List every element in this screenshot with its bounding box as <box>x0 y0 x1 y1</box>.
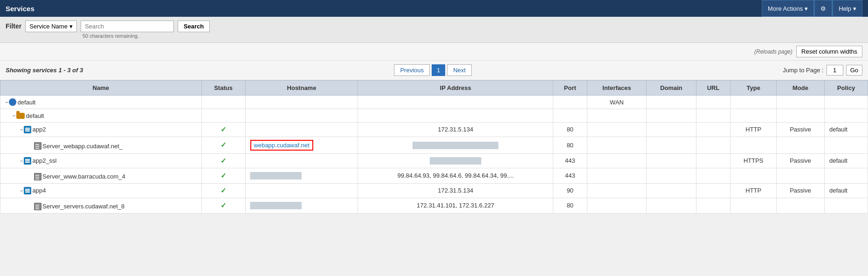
status-check-icon: ✓ <box>220 141 227 149</box>
row-policy-cell <box>824 109 868 123</box>
row-interfaces-cell: WAN <box>587 96 647 109</box>
row-interfaces-cell <box>587 153 647 168</box>
jump-label: Jump to Page : <box>783 67 823 74</box>
filter-bar: Filter Service Name ▾ 50 characters rema… <box>0 17 868 43</box>
current-page-indicator: 1 <box>432 64 445 76</box>
service-name-text: Server_servers.cudawaf.net_8 <box>42 203 124 210</box>
row-port-cell: 90 <box>553 183 587 198</box>
row-domain-cell <box>647 153 696 168</box>
top-header: Services More Actions ▾ ⚙ Help ▾ <box>0 0 868 17</box>
service-name-text: Server_www.barracuda.com_4 <box>42 173 125 180</box>
row-status-cell: ✓ <box>201 183 245 198</box>
table-row: − app2 ✓ 172.31.5.134 80 HTTP Passive de… <box>0 122 868 137</box>
row-status-cell: ✓ <box>201 153 245 168</box>
row-name-cell: − default <box>0 96 202 109</box>
tree-toggle[interactable]: − <box>20 127 23 132</box>
jump-to-page: Jump to Page : Go <box>783 65 862 76</box>
pagination-controls: Previous 1 Next <box>83 64 783 76</box>
row-interfaces-cell <box>587 183 647 198</box>
page-title: Services <box>6 5 762 13</box>
hostname-blurred: ████████████ <box>250 172 302 179</box>
row-name-cell: Server_webapp.cudawaf.net_ <box>0 137 202 153</box>
table-row: − app4 ✓ 172.31.5.134 90 HTTP Passive de… <box>0 183 868 198</box>
row-hostname-cell[interactable]: webapp.cudawaf.net <box>245 137 358 153</box>
row-interfaces-cell <box>587 109 647 123</box>
table-row: Server_servers.cudawaf.net_8 ✓ █████████… <box>0 198 868 213</box>
help-label: Help <box>839 5 851 12</box>
row-type-cell <box>730 96 776 109</box>
jump-input[interactable] <box>827 65 843 76</box>
showing-text: Showing services 1 - 3 of 3 <box>6 67 83 74</box>
tree-toggle[interactable]: − <box>20 158 23 164</box>
row-port-cell <box>553 96 587 109</box>
settings-button[interactable]: ⚙ <box>814 0 832 17</box>
more-actions-button[interactable]: More Actions ▾ <box>762 0 814 17</box>
row-url-cell <box>696 122 730 137</box>
col-header-policy: Policy <box>824 81 868 96</box>
search-button[interactable]: Search <box>178 21 210 32</box>
ip-blurred: ████████████ <box>430 157 482 164</box>
row-mode-cell: Passive <box>776 183 824 198</box>
row-url-cell <box>696 198 730 213</box>
go-button[interactable]: Go <box>846 65 862 76</box>
row-hostname-cell <box>245 109 358 123</box>
row-name-cell: − app2 <box>0 122 202 137</box>
row-name-cell: Server_servers.cudawaf.net_8 <box>0 198 202 213</box>
row-hostname-cell <box>245 183 358 198</box>
row-type-cell <box>730 109 776 123</box>
service-name-text: Server_webapp.cudawaf.net_ <box>42 143 123 150</box>
col-header-port: Port <box>553 81 587 96</box>
row-status-cell: ✓ <box>201 168 245 183</box>
service-name-label: Service Name <box>29 23 68 30</box>
status-check-icon: ✓ <box>220 186 227 194</box>
help-button[interactable]: Help ▾ <box>833 0 862 17</box>
tree-toggle[interactable]: − <box>13 113 15 118</box>
row-hostname-cell <box>245 153 358 168</box>
hostname-link[interactable]: webapp.cudawaf.net <box>250 140 313 151</box>
row-url-cell <box>696 96 730 109</box>
previous-button[interactable]: Previous <box>394 64 430 76</box>
row-mode-cell: Passive <box>776 153 824 168</box>
tree-toggle[interactable]: − <box>5 99 8 105</box>
row-status-cell: ✓ <box>201 122 245 137</box>
app-icon <box>24 187 31 194</box>
row-type-cell <box>730 198 776 213</box>
table-row: Server_www.barracuda.com_4 ✓ ███████████… <box>0 168 868 183</box>
row-interfaces-cell <box>587 168 647 183</box>
tree-toggle[interactable]: − <box>20 188 23 193</box>
row-interfaces-cell <box>587 122 647 137</box>
next-button[interactable]: Next <box>447 64 472 76</box>
globe-icon <box>9 98 16 106</box>
row-url-cell <box>696 109 730 123</box>
row-url-cell <box>696 137 730 153</box>
chars-remaining-text: 50 characters remaining. <box>83 33 174 39</box>
search-input[interactable] <box>81 21 174 32</box>
ip-blurred: ████████████████████ <box>413 142 498 149</box>
status-check-icon: ✓ <box>220 125 227 133</box>
row-hostname-cell: ████████████ <box>245 198 358 213</box>
chevron-down-icon: ▾ <box>805 5 808 12</box>
row-ip-cell <box>358 96 553 109</box>
row-ip-cell: 172.31.41.101, 172.31.6.227 <box>358 198 553 213</box>
folder-icon <box>16 113 25 119</box>
row-policy-cell: default <box>824 122 868 137</box>
header-actions: More Actions ▾ ⚙ Help ▾ <box>762 0 862 17</box>
row-hostname-cell <box>245 122 358 137</box>
chevron-down-icon-filter: ▾ <box>69 23 73 30</box>
row-mode-cell <box>776 137 824 153</box>
service-name-text: app4 <box>32 187 46 194</box>
col-header-status: Status <box>201 81 245 96</box>
row-ip-cell: ████████████████████ <box>358 137 553 153</box>
row-port-cell: 443 <box>553 168 587 183</box>
table-row: − default <box>0 109 868 123</box>
hostname-blurred: ████████████ <box>250 202 302 209</box>
reset-bar: (Reloads page) Reset column widths <box>0 43 868 61</box>
row-domain-cell <box>647 168 696 183</box>
table-row: − default WAN <box>0 96 868 109</box>
server-icon <box>34 203 41 210</box>
reset-column-widths-button[interactable]: Reset column widths <box>796 46 862 57</box>
row-type-cell: HTTPS <box>730 153 776 168</box>
row-domain-cell <box>647 109 696 123</box>
service-name-dropdown[interactable]: Service Name ▾ <box>25 21 77 32</box>
row-mode-cell <box>776 96 824 109</box>
